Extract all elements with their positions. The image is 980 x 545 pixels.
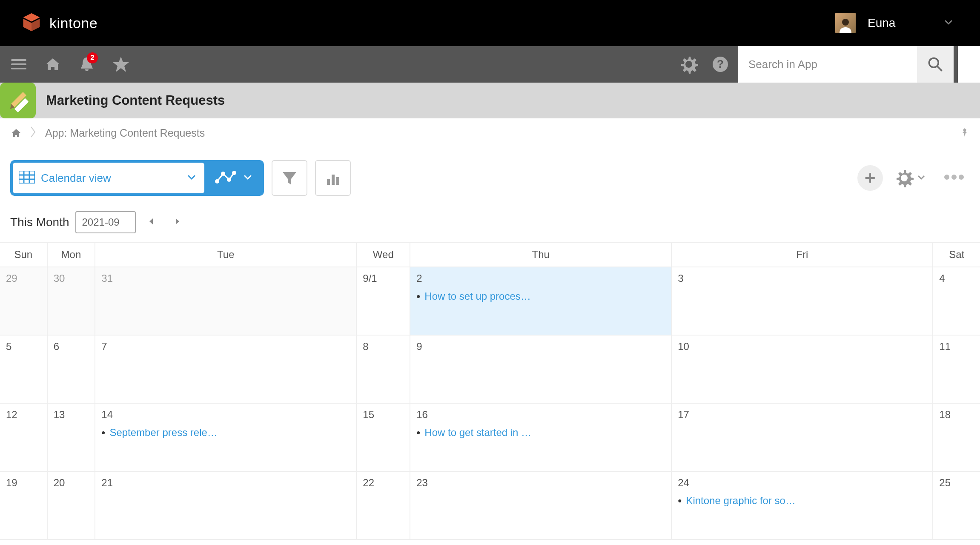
breadcrumb-home[interactable] bbox=[6, 127, 26, 139]
day-number: 19 bbox=[6, 477, 41, 489]
calendar-cell[interactable]: 9/1 bbox=[356, 267, 410, 335]
calendar-cell[interactable]: 10 bbox=[671, 335, 933, 403]
view-selector-group: Calendar view bbox=[10, 160, 264, 196]
app-title: Marketing Content Requests bbox=[46, 93, 225, 108]
help-button[interactable]: ? bbox=[707, 52, 734, 77]
graph-view-button[interactable] bbox=[204, 163, 261, 193]
calendar-cell[interactable]: 7 bbox=[95, 335, 356, 403]
favorite-button[interactable] bbox=[107, 52, 135, 77]
calendar-cell[interactable]: 31 bbox=[95, 267, 356, 335]
calendar-cell[interactable]: 5 bbox=[0, 335, 47, 403]
chart-button[interactable] bbox=[315, 160, 351, 196]
calendar-cell[interactable]: 2•How to set up process … bbox=[410, 267, 671, 335]
calendar-day-header: Sun bbox=[0, 242, 47, 267]
add-record-button[interactable] bbox=[857, 165, 883, 191]
bullet-icon: • bbox=[678, 495, 682, 507]
notification-badge: 2 bbox=[87, 52, 98, 63]
calendar-event[interactable]: •Kintone graphic for soc… bbox=[678, 495, 926, 507]
toolbar-gap bbox=[958, 46, 980, 83]
day-number: 9/1 bbox=[363, 272, 404, 284]
event-link[interactable]: How to get started in K… bbox=[424, 427, 535, 439]
calendar-event[interactable]: •September press relea… bbox=[101, 427, 350, 439]
calendar-day-header: Sat bbox=[933, 242, 980, 267]
filter-button[interactable] bbox=[272, 160, 307, 196]
calendar-cell[interactable]: 19 bbox=[0, 471, 47, 539]
day-number: 24 bbox=[678, 477, 926, 489]
calendar-cell[interactable]: 17 bbox=[671, 403, 933, 471]
username: Euna bbox=[868, 16, 931, 30]
app-toolbar: 2 ? bbox=[0, 46, 980, 83]
calendar-cell[interactable]: 3 bbox=[671, 267, 933, 335]
menu-button[interactable] bbox=[5, 52, 32, 77]
bullet-icon: • bbox=[416, 290, 420, 302]
event-link[interactable]: September press relea… bbox=[109, 427, 220, 439]
home-button[interactable] bbox=[39, 52, 66, 77]
view-settings-button[interactable] bbox=[891, 169, 931, 187]
more-options-button[interactable] bbox=[938, 173, 970, 183]
calendar-cell[interactable]: 22 bbox=[356, 471, 410, 539]
list-view-icon bbox=[19, 171, 35, 185]
search-input[interactable] bbox=[738, 46, 917, 83]
calendar-cell[interactable]: 16•How to get started in K… bbox=[410, 403, 671, 471]
calendar-cell[interactable]: 18 bbox=[933, 403, 980, 471]
event-link[interactable]: Kintone graphic for soc… bbox=[686, 495, 797, 507]
chevron-down-icon bbox=[186, 172, 197, 184]
svg-point-18 bbox=[951, 175, 957, 180]
calendar-cell[interactable]: 15 bbox=[356, 403, 410, 471]
prev-month-button[interactable] bbox=[142, 217, 161, 228]
day-number: 25 bbox=[939, 477, 974, 489]
calendar-cell[interactable]: 6 bbox=[47, 335, 95, 403]
calendar-cell[interactable]: 30 bbox=[47, 267, 95, 335]
brand-logo[interactable]: kintone bbox=[20, 11, 97, 35]
calendar-event[interactable]: •How to get started in K… bbox=[416, 427, 665, 439]
chevron-down-icon bbox=[943, 17, 954, 29]
day-number: 15 bbox=[363, 409, 404, 421]
calendar-cell[interactable]: 8 bbox=[356, 335, 410, 403]
search-box bbox=[738, 46, 954, 83]
calendar-event[interactable]: •How to set up process … bbox=[416, 290, 665, 302]
day-number: 17 bbox=[678, 409, 926, 421]
notifications-button[interactable]: 2 bbox=[73, 52, 100, 77]
calendar-cell[interactable]: 11 bbox=[933, 335, 980, 403]
calendar-day-header: Mon bbox=[47, 242, 95, 267]
day-number: 18 bbox=[939, 409, 974, 421]
calendar-cell[interactable]: 9 bbox=[410, 335, 671, 403]
view-selector[interactable]: Calendar view bbox=[13, 163, 204, 193]
calendar-cell[interactable]: 14•September press relea… bbox=[95, 403, 356, 471]
breadcrumb: App: Marketing Content Requests bbox=[0, 118, 980, 148]
event-link[interactable]: How to set up process … bbox=[424, 290, 535, 302]
calendar-day-header: Fri bbox=[671, 242, 933, 267]
next-month-button[interactable] bbox=[167, 217, 187, 228]
calendar-day-header: Tue bbox=[95, 242, 356, 267]
pin-button[interactable] bbox=[960, 127, 970, 139]
svg-rect-14 bbox=[327, 179, 330, 185]
day-number: 23 bbox=[416, 477, 665, 489]
user-menu[interactable]: Euna bbox=[826, 9, 963, 37]
search-button[interactable] bbox=[917, 46, 954, 83]
month-input[interactable] bbox=[75, 211, 136, 233]
calendar-cell[interactable]: 24•Kintone graphic for soc… bbox=[671, 471, 933, 539]
settings-button[interactable] bbox=[675, 52, 702, 77]
svg-rect-5 bbox=[19, 171, 35, 184]
calendar-cell[interactable]: 25 bbox=[933, 471, 980, 539]
day-number: 10 bbox=[678, 341, 926, 353]
calendar-cell[interactable]: 20 bbox=[47, 471, 95, 539]
day-number: 29 bbox=[6, 272, 41, 284]
chevron-down-icon bbox=[243, 172, 253, 184]
day-number: 22 bbox=[363, 477, 404, 489]
avatar bbox=[835, 13, 856, 33]
breadcrumb-separator bbox=[26, 126, 40, 141]
calendar-cell[interactable]: 13 bbox=[47, 403, 95, 471]
view-controls: Calendar view bbox=[0, 148, 980, 208]
calendar-cell[interactable]: 29 bbox=[0, 267, 47, 335]
calendar-cell[interactable]: 21 bbox=[95, 471, 356, 539]
day-number: 7 bbox=[101, 341, 350, 353]
calendar-cell[interactable]: 12 bbox=[0, 403, 47, 471]
calendar-cell[interactable]: 23 bbox=[410, 471, 671, 539]
bullet-icon: • bbox=[416, 427, 420, 439]
calendar-cell[interactable]: 4 bbox=[933, 267, 980, 335]
calendar-day-header: Thu bbox=[410, 242, 671, 267]
svg-point-3 bbox=[929, 58, 938, 67]
day-number: 3 bbox=[678, 272, 926, 284]
svg-point-0 bbox=[842, 19, 849, 26]
